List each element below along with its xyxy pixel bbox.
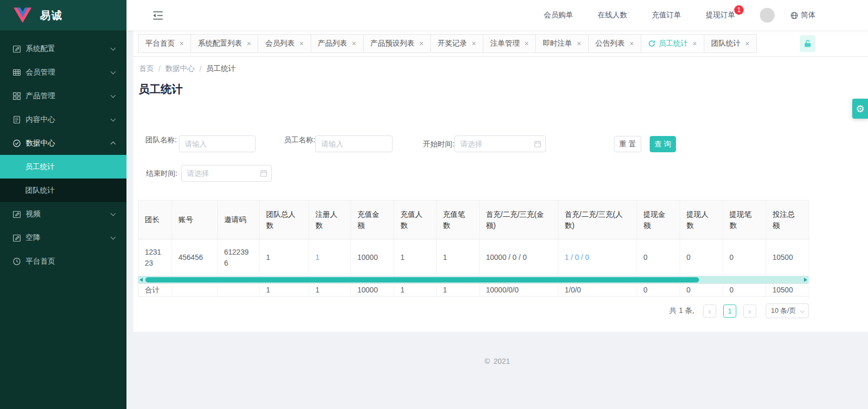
- chevron-down-icon: [111, 234, 116, 239]
- breadcrumb-data-center[interactable]: 数据中心: [165, 64, 195, 74]
- document-icon: [13, 116, 21, 124]
- col-header: 注册人数: [309, 201, 351, 239]
- tab-live-bets[interactable]: 即时注单×: [535, 34, 588, 53]
- tab-product-list[interactable]: 产品列表×: [311, 34, 364, 53]
- close-icon[interactable]: ×: [472, 39, 476, 48]
- summary-cell: 0: [637, 284, 680, 297]
- summary-cell: [218, 284, 260, 297]
- sidebar-item-airdrop[interactable]: 空降: [0, 226, 126, 249]
- summary-cell: 1: [437, 284, 480, 297]
- close-icon[interactable]: ×: [745, 39, 749, 48]
- tab-product-preset-list[interactable]: 产品预设列表×: [363, 34, 431, 53]
- breadcrumb-separator: /: [158, 65, 161, 73]
- topbar-link-withdraw-orders[interactable]: 提现订单 1: [706, 11, 735, 20]
- sidebar-subitem-staff-stats[interactable]: 员工统计: [0, 155, 126, 179]
- close-icon[interactable]: ×: [419, 39, 424, 48]
- sidebar-submenu-data-center: 员工统计 团队统计: [0, 155, 126, 202]
- close-icon[interactable]: ×: [247, 39, 251, 48]
- start-time-label: 开始时间:: [423, 139, 454, 150]
- sidebar-item-platform-home[interactable]: 平台首页: [0, 249, 126, 273]
- close-icon[interactable]: ×: [179, 39, 184, 48]
- cell-first-recharge-users-link[interactable]: 1 / 0 / 0: [558, 239, 637, 276]
- tab-label: 平台首页: [145, 39, 175, 48]
- sidebar-item-label: 平台首页: [26, 257, 115, 266]
- lock-toggle[interactable]: [800, 35, 816, 52]
- chevron-down-icon: [111, 45, 116, 50]
- sidebar-menu: 系统配置 会员管理 产品管理 内容中心: [0, 30, 126, 273]
- tab-member-list[interactable]: 会员列表×: [258, 34, 311, 53]
- settings-gear-button[interactable]: ⚙: [852, 99, 868, 119]
- scroll-right-arrow-icon[interactable]: [804, 278, 807, 282]
- tab-platform-home[interactable]: 平台首页×: [138, 34, 191, 53]
- col-header: 首充/二充/三充(金额): [480, 201, 558, 239]
- chevron-down-icon: [800, 309, 805, 313]
- sidebar-subitem-label: 团队统计: [25, 186, 55, 195]
- close-icon[interactable]: ×: [693, 39, 697, 48]
- tab-announcement-list[interactable]: 公告列表×: [588, 34, 641, 53]
- end-time-label: 结束时间:: [146, 168, 177, 179]
- table-row: 123123 456456 6122396 1 1 10000 1 1 1000…: [139, 239, 809, 276]
- query-button[interactable]: 查 询: [650, 136, 676, 152]
- sidebar-item-data-center[interactable]: 数据中心: [0, 131, 126, 155]
- scrollbar-thumb[interactable]: [145, 277, 699, 282]
- sidebar-item-label: 内容中心: [26, 115, 111, 124]
- tab-staff-stats[interactable]: 员工统计 ×: [641, 34, 704, 53]
- pagination-next-button[interactable]: ›: [743, 305, 756, 318]
- language-switcher[interactable]: 简体: [790, 11, 816, 20]
- top-header: 会员购单 在线人数 充值订单 提现订单 1 简体: [126, 0, 868, 30]
- sidebar-item-member-mgmt[interactable]: 会员管理: [0, 60, 126, 84]
- cell-registered-link[interactable]: 1: [309, 239, 351, 276]
- start-time-picker: [454, 135, 546, 152]
- pagination-prev-button[interactable]: ‹: [703, 305, 716, 318]
- col-header: 首充/二充/三充(人数): [558, 201, 637, 239]
- team-name-input[interactable]: [179, 135, 256, 152]
- sidebar-item-content-center[interactable]: 内容中心: [0, 108, 126, 131]
- sidebar-item-label: 视频: [26, 209, 111, 219]
- tab-label: 员工统计: [659, 39, 688, 48]
- close-icon[interactable]: ×: [524, 39, 528, 48]
- sidebar-item-system-config[interactable]: 系统配置: [0, 37, 126, 60]
- tab-lottery-records[interactable]: 开奖记录×: [430, 34, 483, 53]
- chevron-down-icon: [111, 211, 116, 216]
- col-header: 账号: [172, 201, 218, 239]
- scroll-left-arrow-icon[interactable]: [140, 278, 143, 282]
- close-icon[interactable]: ×: [352, 39, 356, 48]
- staff-name-input[interactable]: [315, 135, 393, 152]
- edit-icon: [13, 234, 21, 242]
- end-time-input[interactable]: [181, 165, 272, 182]
- cell-withdraw-users: 0: [680, 239, 723, 276]
- chevron-up-icon: [111, 142, 116, 147]
- avatar[interactable]: [760, 8, 775, 23]
- close-icon[interactable]: ×: [299, 39, 303, 48]
- sidebar-item-label: 产品管理: [26, 91, 111, 101]
- cell-leader: 123123: [139, 239, 172, 276]
- breadcrumb-home[interactable]: 首页: [139, 64, 154, 74]
- tab-system-config-list[interactable]: 系统配置列表×: [190, 34, 258, 53]
- topbar-link-online-users[interactable]: 在线人数: [598, 11, 627, 20]
- gear-icon: ⚙: [855, 104, 864, 114]
- page-size-select[interactable]: 10 条/页: [766, 303, 809, 318]
- col-header: 团队总人数: [260, 201, 309, 239]
- close-icon[interactable]: ×: [577, 39, 581, 48]
- sidebar-item-product-mgmt[interactable]: 产品管理: [0, 84, 126, 108]
- sidebar-item-video[interactable]: 视频: [0, 202, 126, 226]
- summary-cell: 0: [723, 284, 766, 297]
- sidebar-subitem-label: 员工统计: [25, 162, 55, 172]
- topbar-link-member-orders[interactable]: 会员购单: [544, 11, 573, 20]
- pagination-page-1[interactable]: 1: [723, 305, 736, 318]
- reset-button[interactable]: 重 置: [614, 136, 641, 152]
- close-icon[interactable]: ×: [630, 39, 634, 48]
- sidebar-subitem-team-stats[interactable]: 团队统计: [0, 179, 126, 202]
- tab-bet-mgmt[interactable]: 注单管理×: [483, 34, 536, 53]
- col-header: 投注总额: [766, 201, 809, 239]
- summary-row: 合计 1 1 10000 1 1 10000/0/0 1/0/0 0 0 0 1…: [139, 284, 809, 297]
- start-time-input[interactable]: [454, 135, 546, 152]
- tab-team-stats[interactable]: 团队统计×: [704, 34, 757, 53]
- sidebar-fold-icon[interactable]: [150, 8, 166, 23]
- brand-header[interactable]: 易诚: [0, 0, 126, 30]
- refresh-icon[interactable]: [648, 40, 655, 47]
- topbar-link-recharge-orders[interactable]: 充值订单: [652, 11, 681, 20]
- staff-name-label: 员工名称:: [284, 134, 317, 145]
- grid-icon: [13, 92, 21, 100]
- chevron-down-icon: [111, 116, 116, 121]
